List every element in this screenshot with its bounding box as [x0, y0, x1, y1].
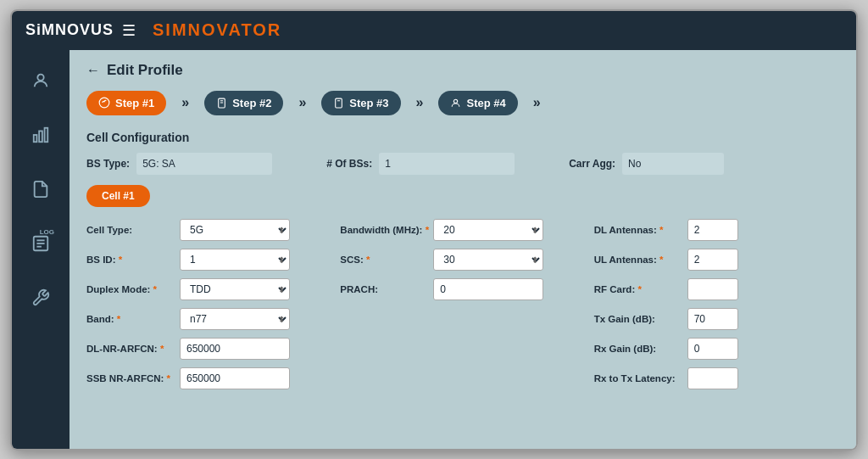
bs-id-row: BS ID: * 12 [86, 249, 331, 271]
cell-type-select-wrapper: 5G4G3G [180, 219, 290, 241]
back-button[interactable]: ← [86, 63, 100, 78]
dl-arfcn-input[interactable] [180, 338, 290, 360]
bs-type-input [136, 153, 272, 175]
dl-antennas-input[interactable] [687, 219, 738, 241]
rf-card-row: RF Card: * [594, 278, 839, 300]
app-window: SiMNOVUS ☰ SIMNOVATOR [10, 9, 858, 451]
ul-antennas-row: UL Antennas: * [594, 249, 839, 271]
svg-rect-2 [39, 131, 42, 142]
cell-btn-wrapper: Cell #1 [86, 185, 839, 219]
rx-gain-row: Rx Gain (dB): [594, 338, 839, 360]
duplex-mode-label: Duplex Mode: * [86, 284, 180, 294]
bs-id-select[interactable]: 12 [180, 249, 290, 271]
band-label: Band: * [86, 314, 180, 324]
sidebar: LOG [12, 50, 70, 449]
tx-gain-input[interactable] [687, 308, 738, 330]
step1-button[interactable]: Step #1 [86, 91, 166, 115]
num-bs-group: # Of BSs: [326, 153, 515, 175]
bs-id-label: BS ID: * [86, 255, 180, 265]
svg-point-14 [454, 99, 458, 103]
chart-icon[interactable] [24, 118, 58, 152]
rx-gain-label: Rx Gain (dB): [594, 344, 687, 354]
page-title: Edit Profile [107, 62, 183, 79]
mid-column: Bandwidth (MHz): * 201015254050100 SCS: … [331, 219, 585, 397]
arrow-3: » [416, 95, 424, 110]
band-select-wrapper: n77n78n79 [180, 308, 290, 330]
bs-type-label: BS Type: [86, 158, 130, 170]
steps-row: Step #1 » Step #2 » Step #3 » Step #4 » [86, 91, 839, 115]
rx-tx-latency-label: Rx to Tx Latency: [594, 373, 687, 383]
rf-card-label: RF Card: * [594, 284, 687, 294]
scs-select-wrapper: 301560120 [433, 249, 543, 271]
carr-agg-group: Carr Agg: [569, 153, 724, 175]
ssb-arfcn-input[interactable] [180, 367, 290, 389]
cell-type-row: Cell Type: 5G4G3G [86, 219, 331, 241]
page-header: ← Edit Profile [86, 62, 839, 79]
prach-input[interactable] [433, 278, 543, 300]
cell1-button[interactable]: Cell #1 [86, 185, 150, 207]
left-column: Cell Type: 5G4G3G BS ID: * 12 [86, 219, 331, 397]
step4-button[interactable]: Step #4 [438, 91, 517, 115]
arrow-2: » [298, 95, 306, 110]
bs-type-row: BS Type: # Of BSs: Carr Agg: [86, 153, 839, 175]
dl-antennas-row: DL Antennas: * [594, 219, 839, 241]
svg-rect-3 [45, 127, 48, 142]
cell-type-select[interactable]: 5G4G3G [180, 219, 290, 241]
carr-agg-label: Carr Agg: [569, 158, 615, 170]
scs-row: SCS: * 301560120 [340, 249, 585, 271]
step3-button[interactable]: Step #3 [321, 91, 400, 115]
arrow-1: » [181, 95, 189, 110]
app-title: SIMNOVATOR [153, 20, 281, 40]
prach-row: PRACH: [340, 278, 585, 300]
svg-rect-1 [34, 135, 37, 142]
band-select[interactable]: n77n78n79 [180, 308, 290, 330]
bandwidth-select[interactable]: 201015254050100 [433, 219, 543, 241]
ul-antennas-input[interactable] [687, 249, 738, 271]
log-icon[interactable]: LOG [24, 227, 58, 260]
cell-type-label: Cell Type: [86, 225, 180, 235]
tx-gain-row: Tx Gain (dB): [594, 308, 839, 330]
ul-antennas-label: UL Antennas: * [594, 255, 687, 265]
menu-icon[interactable]: ☰ [122, 21, 136, 40]
main-layout: LOG ← Edit Profile Step #1 » [12, 50, 856, 449]
user-icon[interactable] [24, 64, 58, 98]
rx-tx-latency-row: Rx to Tx Latency: [594, 367, 839, 389]
scs-select[interactable]: 301560120 [433, 249, 543, 271]
right-column: DL Antennas: * UL Antennas: * RF Card: *… [586, 219, 839, 397]
band-row: Band: * n77n78n79 [86, 308, 331, 330]
carr-agg-input [622, 153, 724, 175]
bandwidth-label: Bandwidth (MHz): * [340, 225, 433, 235]
scs-label: SCS: * [340, 255, 433, 265]
duplex-mode-row: Duplex Mode: * TDDFDD [86, 278, 331, 300]
prach-label: PRACH: [340, 284, 433, 294]
ssb-arfcn-row: SSB NR-ARFCN: * [86, 367, 331, 389]
logo: SiMNOVUS [25, 21, 114, 39]
dl-arfcn-row: DL-NR-ARFCN: * [86, 338, 331, 360]
bs-type-group: BS Type: [86, 153, 272, 175]
rf-card-input[interactable] [687, 278, 738, 300]
document-icon[interactable] [24, 172, 58, 206]
step2-button[interactable]: Step #2 [204, 91, 283, 115]
rx-gain-input[interactable] [687, 338, 738, 360]
tools-icon[interactable] [24, 281, 58, 315]
duplex-select[interactable]: TDDFDD [180, 278, 290, 300]
svg-rect-12 [336, 98, 342, 108]
section-title: Cell Configuration [86, 131, 839, 144]
bandwidth-row: Bandwidth (MHz): * 201015254050100 [340, 219, 585, 241]
dl-antennas-label: DL Antennas: * [594, 225, 687, 235]
svg-point-8 [99, 98, 109, 108]
content-area: ← Edit Profile Step #1 » Step #2 » Step … [70, 50, 856, 449]
rx-tx-latency-input[interactable] [687, 367, 738, 389]
cell-form: Cell Type: 5G4G3G BS ID: * 12 [86, 219, 839, 397]
num-bs-label: # Of BSs: [326, 158, 372, 170]
num-bs-input [379, 153, 515, 175]
topbar: SiMNOVUS ☰ SIMNOVATOR [12, 11, 856, 50]
svg-point-0 [37, 74, 43, 80]
dl-arfcn-label: DL-NR-ARFCN: * [86, 344, 180, 354]
bandwidth-select-wrapper: 201015254050100 [433, 219, 543, 241]
bs-id-select-wrapper: 12 [180, 249, 290, 271]
ssb-arfcn-label: SSB NR-ARFCN: * [86, 373, 180, 383]
duplex-select-wrapper: TDDFDD [180, 278, 290, 300]
arrow-4: » [533, 95, 541, 110]
tx-gain-label: Tx Gain (dB): [594, 314, 687, 324]
